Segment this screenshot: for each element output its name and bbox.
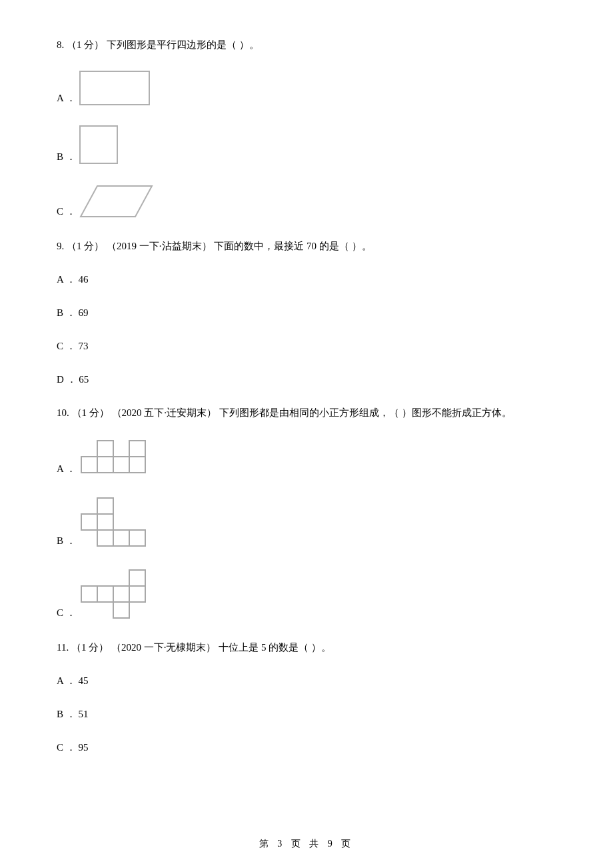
- q9-option-d: D ． 65: [57, 371, 556, 387]
- svg-rect-15: [129, 570, 145, 586]
- rectangle-shape-icon: [79, 70, 152, 107]
- svg-rect-13: [113, 530, 129, 546]
- cube-net-b-icon: [79, 495, 152, 550]
- q10-source: （2020 五下·迁安期末）: [112, 407, 217, 418]
- page-footer: 第 3 页 共 9 页: [0, 837, 613, 851]
- svg-marker-2: [81, 186, 152, 217]
- square-shape-icon: [79, 125, 120, 166]
- svg-rect-3: [97, 441, 113, 457]
- q8-number: 8.: [57, 39, 64, 50]
- svg-rect-16: [81, 586, 97, 602]
- cube-net-a-icon: [79, 438, 152, 478]
- svg-rect-1: [80, 126, 117, 163]
- q10-text: 下列图形都是由相同的小正方形组成，（ ）图形不能折成正方体。: [219, 407, 512, 418]
- q11-points: （1 分）: [71, 642, 109, 653]
- q9-option-b: B ． 69: [57, 305, 556, 321]
- svg-rect-18: [113, 586, 129, 602]
- q8-option-c: C ．: [57, 183, 556, 221]
- option-letter-a: A ．: [57, 90, 76, 107]
- q9-number: 9.: [57, 241, 64, 251]
- parallelogram-shape-icon: [79, 183, 155, 221]
- option-letter-b: B ．: [57, 533, 76, 550]
- svg-rect-0: [80, 71, 149, 105]
- q10-stem: 10. （1 分） （2020 五下·迁安期末） 下列图形都是由相同的小正方形组…: [57, 405, 556, 421]
- q10-option-c: C ．: [57, 567, 556, 622]
- q11-option-a: A ． 45: [57, 673, 556, 689]
- svg-rect-17: [97, 586, 113, 602]
- q11-text: 十位上是 5 的数是（ ）。: [219, 642, 331, 653]
- q10-option-a: A ．: [57, 438, 556, 478]
- q8-text: 下列图形是平行四边形的是（ ）。: [107, 39, 259, 50]
- q11-number: 11.: [57, 642, 69, 653]
- svg-rect-10: [81, 514, 97, 530]
- svg-rect-11: [97, 514, 113, 530]
- q8-points: （1 分）: [67, 39, 104, 50]
- q11-stem: 11. （1 分） （2020 一下·无棣期末） 十位上是 5 的数是（ ）。: [57, 639, 556, 655]
- option-letter-c: C ．: [57, 605, 76, 622]
- cube-net-c-icon: [79, 567, 152, 622]
- q9-text: 下面的数中，最接近 70 的是（ ）。: [214, 241, 371, 251]
- svg-rect-14: [129, 530, 145, 546]
- q11-source: （2020 一下·无棣期末）: [111, 642, 217, 653]
- q10-points: （1 分）: [72, 407, 109, 418]
- option-letter-a: A ．: [57, 461, 76, 478]
- svg-rect-7: [129, 457, 145, 473]
- svg-rect-6: [113, 457, 129, 473]
- q9-stem: 9. （1 分） （2019 一下·沾益期末） 下面的数中，最接近 70 的是（…: [57, 238, 556, 254]
- q11-option-b: B ． 51: [57, 706, 556, 722]
- svg-rect-5: [97, 457, 113, 473]
- svg-rect-19: [129, 586, 145, 602]
- q10-number: 10.: [57, 407, 69, 418]
- q9-source: （2019 一下·沾益期末）: [107, 241, 212, 251]
- option-letter-b: B ．: [57, 149, 76, 166]
- q9-option-c: C ． 73: [57, 338, 556, 354]
- option-letter-c: C ．: [57, 203, 76, 221]
- svg-rect-8: [129, 441, 145, 457]
- q10-option-b: B ．: [57, 495, 556, 550]
- q8-option-b: B ．: [57, 125, 556, 166]
- svg-rect-9: [97, 498, 113, 514]
- q9-points: （1 分）: [67, 241, 104, 251]
- svg-rect-12: [97, 530, 113, 546]
- q11-option-c: C ． 95: [57, 739, 556, 755]
- svg-rect-4: [81, 457, 97, 473]
- q9-option-a: A ． 46: [57, 271, 556, 287]
- svg-rect-20: [113, 602, 129, 618]
- q8-stem: 8. （1 分） 下列图形是平行四边形的是（ ）。: [57, 37, 556, 53]
- q8-option-a: A ．: [57, 70, 556, 107]
